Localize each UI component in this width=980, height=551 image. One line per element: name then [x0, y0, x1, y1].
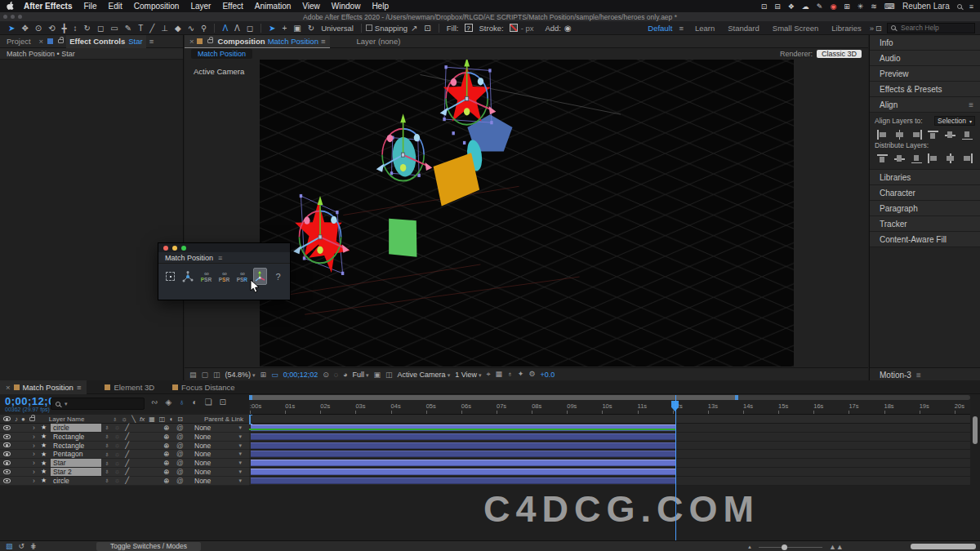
panel-info[interactable]: Info	[870, 35, 980, 51]
renderer-button[interactable]: Classic 3D	[817, 50, 862, 58]
timeline-button-icon[interactable]: ♁	[507, 370, 513, 379]
fill-swatch[interactable]: ?	[465, 24, 473, 32]
pick-whip-icon[interactable]	[176, 433, 191, 441]
pen-icon[interactable]: ✎	[817, 2, 823, 11]
panel-content-aware-fill[interactable]: Content-Aware Fill	[870, 232, 980, 247]
layer-switches[interactable]: ♁☼╱	[101, 442, 163, 449]
workspace-overflow[interactable]: »	[870, 24, 874, 33]
3d-switch-icon[interactable]	[163, 442, 176, 450]
eraser-tool[interactable]: ◆	[172, 22, 185, 34]
scale-gizmo-icon[interactable]: ▣	[290, 22, 304, 34]
expander-icon[interactable]	[33, 459, 41, 467]
frame-blending-icon[interactable]: ◐	[193, 398, 198, 407]
distribute-right-button[interactable]	[961, 153, 973, 163]
stroke-width[interactable]: - px	[521, 24, 534, 33]
layer-name[interactable]: Star	[51, 459, 101, 467]
workspace-default[interactable]: Default	[648, 24, 672, 33]
menu-animation[interactable]: Animation	[255, 2, 291, 11]
spotlight-search-icon[interactable]	[957, 4, 962, 9]
3d-switch-icon[interactable]	[163, 450, 176, 458]
layer-name[interactable]: circle	[51, 424, 101, 432]
track-row[interactable]	[249, 433, 970, 442]
dolly-towards-tool[interactable]: ◻	[243, 22, 256, 34]
rotation-gizmo-icon[interactable]: ↻	[305, 22, 318, 34]
expander-icon[interactable]	[33, 442, 41, 450]
panel-libraries[interactable]: Libraries	[870, 170, 980, 185]
pixel-aspect-icon[interactable]: ⌖	[487, 370, 491, 379]
snapshot-icon[interactable]: ⊙	[323, 371, 329, 379]
track-row[interactable]	[249, 459, 970, 468]
snapping-toggle[interactable]: Snapping	[366, 24, 408, 33]
comp-viewport[interactable]	[260, 60, 794, 367]
eye-icon[interactable]	[3, 434, 11, 439]
layer-row[interactable]: Rectangle ♁☼╱ None▾	[0, 442, 249, 451]
eye-icon[interactable]	[3, 478, 11, 483]
camera-select[interactable]: Active Camera▾	[398, 371, 451, 379]
pen-tool[interactable]: ✎	[122, 22, 135, 34]
window-controls[interactable]	[3, 15, 22, 19]
zoom-slider-knob[interactable]	[782, 544, 787, 550]
hand-tool[interactable]: ✥	[18, 22, 31, 34]
dropbox-icon[interactable]: ❖	[788, 2, 795, 11]
view-layout-select[interactable]: 1 View▾	[455, 371, 481, 379]
layer-duration-bar[interactable]	[251, 478, 675, 484]
layer-duration-bar[interactable]	[251, 460, 675, 466]
pick-whip-icon[interactable]	[176, 459, 191, 467]
orbit-around-tool[interactable]: Λ	[219, 22, 231, 34]
roto-brush-tool[interactable]: ∿	[185, 22, 198, 34]
close-icon[interactable]: ×	[39, 37, 44, 46]
exposure-value[interactable]: +0.0	[540, 371, 555, 379]
timeline-ruler-zone[interactable]: :00s01s02s03s04s05s06s07s08s09s10s11s12s…	[249, 394, 970, 415]
comp-timecode[interactable]: 0;00;12;02	[283, 371, 318, 379]
flowchart-button-icon[interactable]: ✦	[518, 370, 524, 379]
track-row[interactable]	[249, 442, 970, 451]
wifi-icon[interactable]: ≋	[871, 2, 877, 11]
panel-paragraph[interactable]: Paragraph	[870, 201, 980, 216]
cloud-icon[interactable]: ☁	[802, 2, 809, 11]
menu-file[interactable]: File	[83, 2, 96, 11]
distribute-left-button[interactable]	[927, 153, 939, 163]
align-bottom-button[interactable]	[961, 130, 973, 140]
horizontal-scrollbar[interactable]	[911, 544, 976, 549]
puppet-pin-tool[interactable]: ⚲	[198, 22, 210, 34]
control-center-icon[interactable]: ≡	[969, 2, 973, 11]
track-row[interactable]	[249, 468, 970, 477]
panel-menu-icon[interactable]: ≡	[218, 254, 222, 262]
roi-tool[interactable]: ◻	[94, 22, 107, 34]
help-search-field[interactable]	[887, 23, 975, 33]
eye-icon[interactable]	[3, 425, 11, 430]
playhead-line[interactable]	[675, 395, 676, 540]
menu-edit[interactable]: Edit	[109, 2, 122, 11]
layer-duration-bar[interactable]	[251, 433, 675, 440]
parent-select[interactable]: None▾	[191, 450, 245, 458]
tab-match-position-timeline[interactable]: × Match Position ≡	[0, 380, 87, 394]
pan-camera-tool[interactable]: ╋	[59, 22, 70, 34]
timeline-search-field[interactable]: ▾	[51, 398, 145, 410]
parent-select[interactable]: None▾	[191, 459, 245, 467]
3d-switch-icon[interactable]	[163, 424, 176, 432]
grid-guides-icon[interactable]: ⊞	[261, 371, 267, 379]
workspace-standard[interactable]: Standard	[728, 24, 760, 33]
display-video-icon[interactable]: ⊡	[761, 2, 768, 11]
align-h-center-button[interactable]	[893, 130, 906, 140]
tab-effect-controls[interactable]: Effect Controls Star	[66, 35, 146, 48]
pick-whip-icon[interactable]	[176, 468, 191, 476]
distribute-h-center-button[interactable]	[944, 153, 956, 163]
workspace-box-icon[interactable]: ⊡	[875, 24, 882, 33]
expander-icon[interactable]	[33, 433, 41, 441]
link-rotation-button[interactable]: ∞ PSR	[235, 268, 249, 285]
expand-icon[interactable]: ↗	[408, 22, 421, 34]
layer-name[interactable]: Star 2	[51, 468, 101, 476]
pick-whip-icon[interactable]	[176, 424, 191, 432]
switches-icon[interactable]: ⋕	[30, 542, 37, 550]
lock-icon[interactable]	[207, 39, 213, 43]
menu-window[interactable]: Window	[332, 2, 361, 11]
3d-switch-icon[interactable]	[163, 433, 176, 441]
align-v-center-button[interactable]	[944, 130, 956, 140]
tab-project[interactable]: Project	[0, 35, 38, 48]
parent-select[interactable]: None▾	[191, 433, 245, 441]
zoom-slider-track[interactable]	[759, 547, 822, 548]
window-title-bar[interactable]: Adobe After Effects 2020 - /Users/newman…	[0, 12, 980, 21]
layer-row[interactable]: circle ♁☼╱ None▾	[0, 477, 249, 486]
panel-audio[interactable]: Audio	[870, 51, 980, 66]
